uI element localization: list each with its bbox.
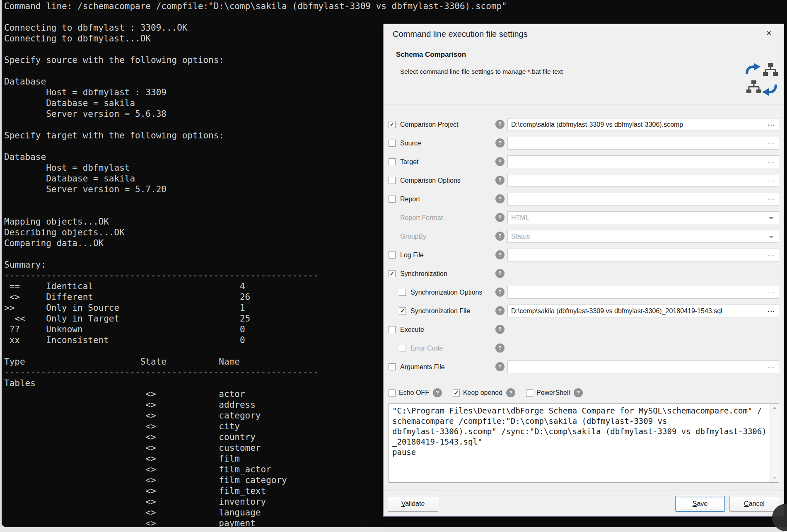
row-input-value: D:\comp\sakila (dbfmylast-3309 vs dbfmyl…: [511, 118, 764, 131]
row-source: Source ? ...: [384, 134, 784, 152]
help-icon[interactable]: ?: [495, 343, 505, 353]
browse-button[interactable]: ...: [768, 249, 775, 259]
row-input[interactable]: D:\comp\sakila (dbfmylast-3309 vs dbfmyl…: [507, 305, 779, 317]
row-label: GroupBy: [400, 233, 426, 240]
row-input[interactable]: ...: [507, 286, 779, 299]
row-label: Synchronization File: [410, 307, 470, 315]
row-input[interactable]: ...: [507, 155, 779, 168]
option-label: Echo OFF: [399, 389, 429, 397]
row-input[interactable]: ...: [507, 174, 779, 187]
help-icon[interactable]: ?: [495, 157, 505, 166]
row-input[interactable]: Status: [507, 230, 779, 243]
browse-button[interactable]: ...: [768, 286, 775, 296]
scroll-up-icon[interactable]: [773, 406, 777, 409]
help-icon[interactable]: ?: [495, 250, 505, 259]
screen: Command line: /schemacompare /compfile:"…: [0, 0, 787, 532]
scrollbar[interactable]: [770, 404, 779, 482]
dropdown-arrow-icon[interactable]: [769, 236, 774, 238]
help-icon[interactable]: ?: [495, 288, 505, 297]
help-icon[interactable]: ?: [495, 213, 505, 222]
bat-text-area[interactable]: "C:\Program Files\Devart\dbForge Schema …: [389, 403, 779, 483]
validate-button[interactable]: Validate: [388, 496, 438, 512]
row-input-value: D:\comp\sakila (dbfmylast-3309 vs dbfmyl…: [511, 305, 764, 317]
row-input[interactable]: ...: [507, 360, 779, 373]
help-icon[interactable]: ?: [495, 232, 505, 241]
row-report-format: Report Format ? HTML: [384, 208, 784, 227]
option-checkbox[interactable]: [526, 389, 533, 397]
help-icon[interactable]: ?: [433, 388, 442, 397]
save-button[interactable]: Save: [675, 496, 725, 512]
row-label: Comparison Options: [400, 177, 461, 184]
help-icon[interactable]: ?: [495, 269, 505, 278]
row-synchronization-file: ✓ Synchronization File ? D:\comp\sakila …: [384, 302, 784, 320]
row-label: Execute: [400, 326, 424, 334]
row-label: Arguments File: [400, 363, 445, 371]
browse-button[interactable]: ...: [768, 137, 775, 147]
row-report: Report ? ...: [384, 190, 784, 208]
browse-button[interactable]: ...: [768, 174, 775, 184]
row-groupby: GroupBy ? Status: [384, 227, 784, 246]
row-checkbox[interactable]: ✓: [399, 307, 406, 314]
browse-button[interactable]: ...: [768, 118, 775, 128]
row-checkbox[interactable]: [399, 345, 406, 352]
dropdown-arrow-icon[interactable]: [769, 217, 774, 220]
help-icon[interactable]: ?: [495, 306, 505, 315]
row-comparison-project: ✓ Comparison Project ? D:\comp\sakila (d…: [384, 115, 784, 134]
row-label: Report: [400, 196, 420, 203]
row-input-value: HTML: [511, 212, 764, 224]
option-label: Keep opened: [463, 389, 502, 397]
row-checkbox[interactable]: [389, 326, 396, 333]
browse-button[interactable]: ...: [768, 156, 775, 166]
header-separator: [384, 104, 784, 104]
browse-button[interactable]: ...: [768, 193, 775, 203]
row-input[interactable]: ...: [507, 137, 779, 150]
row-checkbox[interactable]: [389, 140, 396, 147]
row-checkbox[interactable]: [389, 251, 396, 259]
row-label: Target: [400, 158, 418, 166]
row-checkbox[interactable]: [389, 196, 396, 203]
close-icon[interactable]: ✕: [763, 27, 775, 40]
row-checkbox[interactable]: ✓: [389, 121, 396, 128]
cancel-button[interactable]: Cancel: [729, 496, 779, 512]
help-icon[interactable]: ?: [495, 362, 505, 371]
option-checkbox[interactable]: ✓: [453, 389, 460, 397]
row-execute: Execute ? ...: [384, 320, 784, 339]
row-checkbox[interactable]: [389, 158, 396, 165]
row-target: Target ? ...: [384, 152, 784, 171]
schema-comparison-icon: [744, 61, 779, 98]
row-input[interactable]: ...: [507, 193, 779, 206]
help-icon[interactable]: ?: [506, 388, 515, 397]
option-echo-off: Echo OFF ?: [389, 388, 442, 397]
row-checkbox[interactable]: [389, 363, 396, 370]
row-arguments-file: Arguments File ? ...: [384, 358, 784, 376]
option-checkbox[interactable]: [389, 389, 396, 397]
row-checkbox[interactable]: [399, 289, 406, 296]
footer-separator: [384, 491, 784, 491]
dialog-subtitle: Select command line file settings to man…: [400, 68, 563, 75]
scroll-down-icon[interactable]: [773, 477, 777, 479]
bat-text: "C:\Program Files\Devart\dbForge Schema …: [389, 404, 779, 457]
row-synchronization-options: Synchronization Options ? ...: [384, 283, 784, 302]
help-icon[interactable]: ?: [495, 120, 505, 129]
option-powershell: PowerShell ?: [526, 388, 583, 397]
row-input[interactable]: HTML: [507, 211, 779, 224]
help-icon[interactable]: ?: [495, 194, 505, 203]
help-icon[interactable]: ?: [495, 176, 505, 185]
row-error-code: Error Code ? ...: [384, 339, 784, 358]
row-checkbox[interactable]: [389, 177, 396, 184]
row-label: Synchronization: [400, 270, 447, 278]
schema-comparison-heading: Schema Comparison: [396, 51, 466, 59]
command-line-settings-dialog: Command line execution file settings ✕ S…: [383, 24, 784, 517]
row-input[interactable]: D:\comp\sakila (dbfmylast-3309 vs dbfmyl…: [507, 118, 779, 131]
row-synchronization: ✓ Synchronization ? ...: [384, 264, 784, 283]
help-icon[interactable]: ?: [495, 325, 505, 334]
dialog-title: Command line execution file settings: [393, 29, 528, 39]
row-input-value: Status: [511, 230, 764, 242]
row-comparison-options: Comparison Options ? ...: [384, 171, 784, 190]
browse-button[interactable]: ...: [768, 361, 775, 371]
browse-button[interactable]: ...: [768, 305, 775, 315]
help-icon[interactable]: ?: [574, 388, 583, 397]
row-input[interactable]: ...: [507, 249, 779, 261]
row-checkbox[interactable]: ✓: [389, 270, 396, 277]
help-icon[interactable]: ?: [495, 138, 505, 148]
